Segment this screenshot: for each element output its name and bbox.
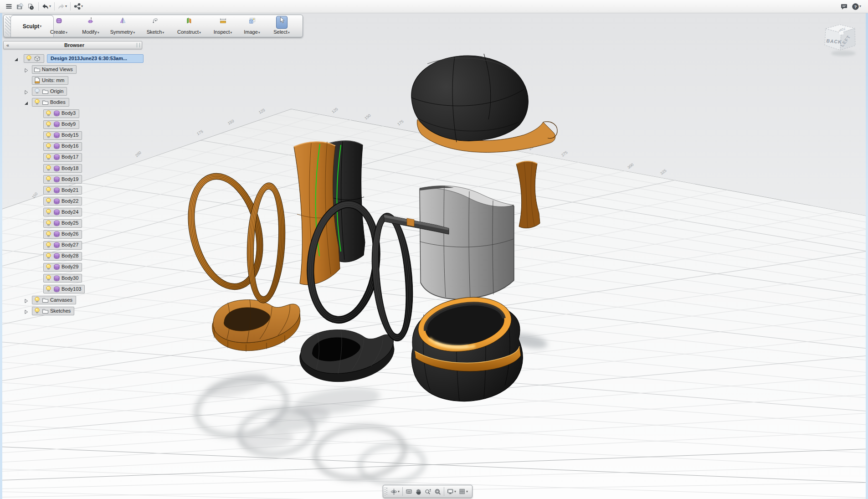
bulb-on-icon[interactable] [45,220,52,227]
tree-item-label: Named Views [42,67,73,72]
tree-item-body103[interactable]: Body103 [43,285,85,293]
construct-menu-button[interactable]: Construct▾ [174,16,204,36]
tree-item-label: Body3 [62,110,76,116]
bulb-on-icon[interactable] [45,143,52,150]
bulb-on-icon[interactable] [34,99,41,106]
tree-item-label: Body17 [62,154,78,159]
bulb-on-icon[interactable] [45,275,52,282]
feedback-button[interactable] [839,1,849,12]
bulb-on-icon[interactable] [45,264,52,271]
tree-row: Origin [0,87,150,95]
tree-item-bodies[interactable]: Bodies [32,98,69,107]
select-menu-button[interactable]: Select▾ [267,16,297,36]
tree-item-body15[interactable]: Body15 [43,131,82,140]
window-edge-right [866,13,868,499]
tree-item-label: Canvases [50,297,72,303]
tree-item-canvases[interactable]: Canvases [32,296,76,304]
bulb-on-icon[interactable] [26,55,32,62]
bulb-on-icon[interactable] [45,242,52,249]
pan-button[interactable] [414,486,423,497]
bulb-on-icon[interactable] [45,209,52,216]
tree-item-body25[interactable]: Body25 [43,219,82,228]
bulb-on-icon[interactable] [45,154,52,161]
orbit-icon [390,488,397,495]
tree-item-sketches[interactable]: Sketches [32,307,74,315]
chevron-down-icon[interactable]: ▾ [398,490,400,494]
tree-item-units-mm[interactable]: Units: mm [32,76,68,85]
tree-item-body22[interactable]: Body22 [43,197,82,206]
help-button[interactable]: ?▾ [852,1,862,12]
tree-item-label: Body21 [62,187,78,193]
bulb-on-icon[interactable] [45,286,52,293]
bulb-on-icon[interactable] [45,176,52,183]
body-icon [53,275,60,282]
zoom-button[interactable] [423,486,433,497]
tree-item-body17[interactable]: Body17 [43,153,82,162]
display-settings-button[interactable]: ▾ [446,486,457,497]
chevron-down-icon[interactable]: ▾ [859,5,861,8]
tree-expander-open-icon[interactable] [24,99,29,104]
bulb-on-icon[interactable] [45,110,52,117]
chevron-down-icon[interactable]: ▾ [466,490,468,494]
tree-item-icons[interactable] [24,54,44,63]
tree-expander-closed-icon[interactable] [24,67,29,72]
tree-row: Design 2013June23 6:30:53am... [0,54,150,62]
tree-item-body28[interactable]: Body28 [43,252,82,261]
tree-item-named-views[interactable]: Named Views [32,65,77,74]
tree-item-body18[interactable]: Body18 [43,164,82,173]
bulb-on-icon[interactable] [45,198,52,205]
tree-row: Body21 [0,186,150,194]
bulb-off-icon[interactable] [34,88,41,95]
tree-expander-open-icon[interactable] [14,56,19,61]
bulb-on-icon[interactable] [45,253,52,260]
tree-item-label: Body15 [62,132,78,138]
tree-item-body19[interactable]: Body19 [43,175,82,184]
look-at-button[interactable] [404,486,414,497]
tree-item-body21[interactable]: Body21 [43,186,82,195]
tree-expander-closed-icon[interactable] [24,297,29,302]
bulb-on-icon[interactable] [45,231,52,238]
orbit-button[interactable]: ▾ [389,486,401,497]
help-icon: ? [852,3,859,10]
tree-row: Body16 [0,142,150,150]
fit-icon [434,488,441,495]
inspect-menu-button[interactable]: Inspect▾ [208,16,238,36]
grid-settings-button[interactable]: ▾ [457,486,469,497]
tree-item-body3[interactable]: Body3 [43,109,79,118]
ribbon-button-label: Select▾ [273,29,290,35]
bulb-on-icon[interactable] [45,132,52,139]
tree-row: Body22 [0,197,150,205]
tree-item-label: Body16 [62,143,78,149]
body-icon [53,231,60,238]
tree-item-body16[interactable]: Body16 [43,142,82,151]
body-icon [53,154,60,161]
bulb-on-icon[interactable] [34,297,41,304]
bulb-on-icon[interactable] [45,121,52,128]
fit-button[interactable] [433,486,442,497]
tree-item-origin[interactable]: Origin [32,87,67,96]
tree-item-body9[interactable]: Body9 [43,120,79,129]
bulb-on-icon[interactable] [45,165,52,172]
bulb-on-icon[interactable] [34,308,41,314]
tree-item-body24[interactable]: Body24 [43,208,82,216]
active-tool-highlight[interactable] [276,16,288,29]
tree-item-body26[interactable]: Body26 [43,230,82,239]
toolbar-separator [444,487,444,496]
tree-item-body27[interactable]: Body27 [43,241,82,250]
chevron-down-icon[interactable]: ▾ [454,490,456,494]
image-menu-button[interactable]: Image▾ [237,16,267,36]
tree-item-design-2013june23-6-30-53am-[interactable]: Design 2013June23 6:30:53am... [47,54,144,63]
tree-item-label: Body30 [62,275,78,281]
tree-row: Body17 [0,153,150,161]
toolbar-drag-handle[interactable] [385,488,388,496]
tree-item-body29[interactable]: Body29 [43,263,82,272]
bulb-on-icon[interactable] [45,187,52,194]
body-icon [53,176,60,183]
tree-row: Body25 [0,219,150,227]
tree-item-body30[interactable]: Body30 [43,274,82,283]
look-at-icon [406,488,412,495]
tree-expander-closed-icon[interactable] [24,308,29,313]
tree-expander-closed-icon[interactable] [24,88,29,93]
chevron-down-icon: ▾ [258,31,260,35]
body-cup[interactable] [420,186,514,299]
